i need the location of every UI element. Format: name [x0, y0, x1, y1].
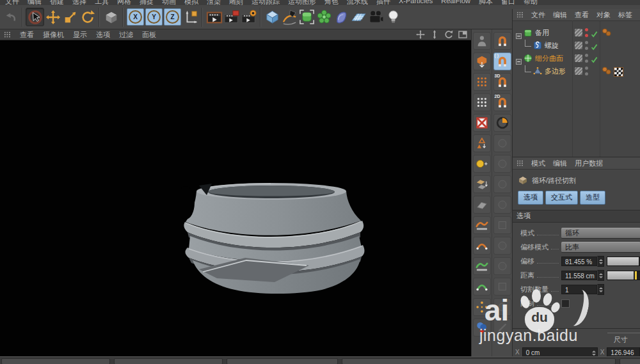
axis-x-lock-button[interactable]: X [127, 8, 144, 26]
pan-view-icon[interactable] [416, 30, 425, 39]
snap-vertex-icon[interactable] [493, 134, 511, 152]
spline-smooth-orange-icon[interactable] [473, 216, 491, 234]
menu-item[interactable]: 文件 [5, 0, 19, 5]
object-row[interactable]: 备用 [513, 26, 640, 39]
snap-midpoint-icon[interactable] [493, 257, 511, 275]
render-to-picture-viewer-icon[interactable] [223, 8, 240, 26]
attribute-tab[interactable]: 选项 [518, 191, 543, 205]
viewport-menu-item[interactable]: 摄像机 [43, 30, 64, 40]
texture-disable-icon[interactable] [473, 114, 491, 132]
visibility-dots[interactable] [585, 54, 589, 63]
snap-edge-icon[interactable] [493, 155, 511, 173]
number-input[interactable]: 81.455 % [561, 257, 597, 266]
object-manager-menu-item[interactable]: 编辑 [553, 10, 567, 20]
normals-triangles-icon[interactable] [473, 134, 491, 152]
point-grid-white-icon[interactable] [473, 93, 491, 111]
rotate-view-icon[interactable] [444, 30, 453, 39]
render-view-icon[interactable] [205, 8, 223, 26]
number-input[interactable]: 11.558 cm [561, 271, 597, 280]
panel-grip-icon[interactable] [516, 160, 524, 166]
menu-item[interactable]: 网格 [117, 0, 131, 5]
number-input[interactable]: 1 [561, 285, 597, 294]
snap-3d-icon[interactable]: 3D [493, 73, 511, 91]
expander-icon[interactable] [516, 56, 522, 61]
menu-item[interactable]: 渲染 [207, 0, 221, 5]
primitive-cube-icon[interactable] [264, 8, 281, 26]
visibility-dots[interactable] [585, 28, 589, 37]
expander-icon[interactable] [516, 30, 522, 36]
snap-axis-icon[interactable] [493, 216, 511, 234]
move-tool-icon[interactable] [44, 8, 61, 26]
menu-item[interactable]: 捕捉 [140, 0, 154, 5]
viewport-menu-item[interactable]: 显示 [73, 30, 87, 40]
enable-check-icon[interactable] [591, 67, 598, 74]
visibility-dots[interactable] [585, 41, 589, 50]
live-selection-icon[interactable] [26, 8, 44, 26]
menu-item[interactable]: 运动跟踪 [252, 0, 280, 5]
menu-item[interactable]: RealFlow [441, 0, 470, 5]
spline-pen-icon[interactable] [281, 8, 298, 26]
rotate-tool-icon[interactable] [79, 8, 96, 26]
axis-z-lock-button[interactable]: Z [164, 8, 181, 26]
menu-item[interactable]: 创建 [50, 0, 64, 5]
menu-item[interactable]: 雕刻 [229, 0, 243, 5]
workplane-icon[interactable] [473, 175, 491, 193]
checkbox[interactable] [561, 299, 570, 308]
layer-icon[interactable] [575, 67, 582, 75]
menu-item[interactable]: 工具 [95, 0, 109, 5]
point-grid-orange-icon[interactable] [473, 73, 491, 91]
object-manager-menu-item[interactable]: 对象 [596, 10, 611, 20]
viewport-menu-item[interactable]: 过滤 [119, 30, 133, 40]
phong-tag-icon[interactable] [602, 28, 612, 39]
last-tool-icon[interactable] [102, 8, 120, 26]
object-manager-menu-item[interactable]: 查看 [575, 10, 589, 20]
viewport-menu-item[interactable]: 面板 [142, 30, 156, 40]
snap-spline-icon[interactable] [493, 196, 511, 214]
uvw-tag-icon[interactable] [614, 67, 623, 77]
snap-guide-icon[interactable] [493, 319, 511, 336]
menu-item[interactable]: 脚本 [479, 0, 493, 5]
polygon-reduction-icon[interactable] [473, 52, 491, 70]
snap-workplane-icon[interactable] [493, 278, 511, 296]
menu-item[interactable]: 插件 [376, 0, 390, 5]
dolly-view-icon[interactable] [430, 30, 439, 39]
menu-item[interactable]: 编辑 [28, 0, 42, 5]
menu-item[interactable]: 运动图形 [288, 0, 316, 5]
spline-smooth-green-icon[interactable] [473, 257, 491, 275]
size-x-field[interactable]: 126.946 [607, 347, 640, 357]
mograph-icon[interactable] [316, 8, 333, 26]
point-diamond-icon[interactable] [473, 298, 491, 316]
edit-render-settings-icon[interactable] [240, 8, 257, 26]
dropdown-偏移模式[interactable]: 比率 [561, 242, 640, 253]
menu-item[interactable]: 流水线 [347, 0, 368, 5]
plane-tilt-icon[interactable] [473, 196, 491, 214]
object-row[interactable]: 螺旋 [513, 39, 640, 52]
position-x-field[interactable]: 0 cm [522, 347, 598, 357]
viewport-canvas[interactable] [0, 40, 471, 356]
attribute-manager-menu-item[interactable]: 用户数据 [575, 159, 603, 168]
section-header[interactable]: 选项 [513, 210, 640, 223]
undo-icon[interactable] [2, 8, 19, 26]
enable-check-icon[interactable] [591, 42, 598, 49]
object-row[interactable]: 多边形 [513, 65, 640, 77]
snap-polygon-icon[interactable] [493, 175, 511, 193]
value-slider[interactable] [607, 257, 640, 266]
viewport-menu-item[interactable]: 选项 [96, 30, 110, 40]
axis-ball-icon[interactable] [473, 155, 491, 173]
camera-icon[interactable] [367, 8, 385, 26]
sphere-drop-icon[interactable] [473, 319, 491, 336]
menu-item[interactable]: 帮助 [524, 0, 538, 5]
phong-tag-icon[interactable] [602, 66, 612, 77]
object-manager-menu-item[interactable]: 标签 [618, 10, 632, 20]
object-row[interactable]: 细分曲面 [513, 52, 640, 65]
character-tool-icon[interactable] [473, 32, 491, 50]
attribute-tab[interactable]: 造型 [580, 191, 605, 205]
panel-grip-icon[interactable] [4, 31, 11, 38]
snap-2d-icon[interactable]: 2D [493, 93, 511, 111]
menu-item[interactable]: 窗口 [501, 0, 515, 5]
spinner[interactable] [597, 284, 604, 295]
menu-item[interactable]: 动画 [162, 0, 176, 5]
floor-icon[interactable] [350, 8, 367, 26]
attribute-manager-menu-item[interactable]: 模式 [531, 159, 545, 168]
snap-enable-icon[interactable]: ( ) [493, 52, 511, 70]
